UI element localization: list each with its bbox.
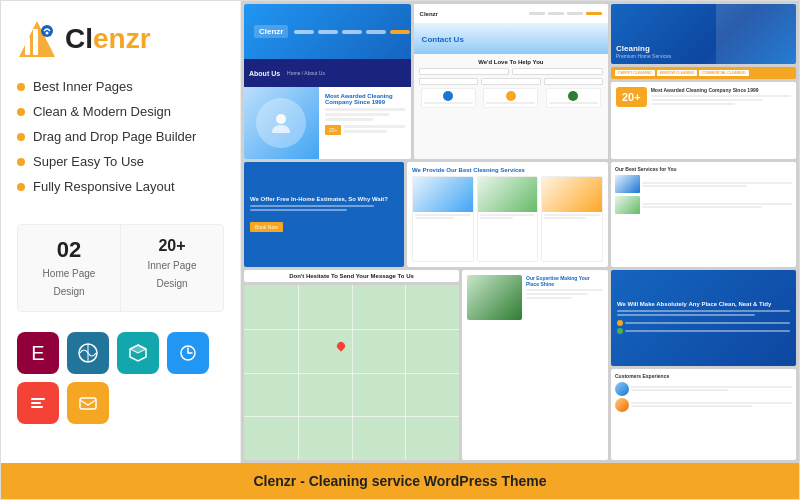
mailchimp-icon xyxy=(67,382,109,424)
preview-about: Clenzr About Us Home / Abo xyxy=(244,4,411,159)
dont-hesitate-label: Don't Hesitate To Send Your Message To U… xyxy=(244,270,459,282)
cat-tag-1: CARPET CLEANING xyxy=(615,70,655,76)
cleaning-hero-label: Cleaning xyxy=(616,44,791,53)
awarded-title-right: Most Awarded Cleaning Company Since 1999 xyxy=(651,87,791,93)
nav-dot xyxy=(390,30,410,34)
svg-rect-13 xyxy=(80,398,96,409)
icons-grid: E xyxy=(17,332,224,424)
make-absolutely-label: We Will Make Absolutely Any Place Clean,… xyxy=(617,301,790,307)
footer: Clenzr - Cleaning service WordPress Them… xyxy=(1,463,799,499)
elementorbox-icon xyxy=(117,332,159,374)
preview-logo-small: Clenzr xyxy=(254,25,288,38)
sidebar: Clenzr Best Inner Pages Clean & Modern D… xyxy=(1,1,241,463)
awarded-number-right: 20+ xyxy=(616,87,647,107)
feature-item-1: Best Inner Pages xyxy=(17,79,224,94)
about-breadcrumb: Home / About Us xyxy=(287,70,325,76)
logo-icon xyxy=(17,19,57,59)
stat-inner-page: 20+ Inner Page Design xyxy=(121,225,223,311)
nav-dot xyxy=(366,30,386,34)
stat-label-2: Inner Page Design xyxy=(148,260,197,289)
svg-point-14 xyxy=(276,114,286,124)
cleaning-subtitle: Premium Home Services xyxy=(616,53,791,59)
contact-logo-small: Clenzr xyxy=(420,11,438,17)
preview-about-header: Clenzr xyxy=(244,4,411,59)
elementorkit-icon xyxy=(17,382,59,424)
about-us-label: About Us xyxy=(249,70,280,77)
svg-rect-11 xyxy=(31,402,41,404)
footer-text: Clenzr - Cleaning service WordPress Them… xyxy=(253,473,546,489)
contact-title-tiny: Contact Us xyxy=(422,35,464,44)
help-title: We'd Love To Help You xyxy=(419,59,603,65)
nav-dot xyxy=(318,30,338,34)
feature-item-3: Drag and Drop Page Builder xyxy=(17,129,224,144)
stats-row: 02 Home Page Design 20+ Inner Page Desig… xyxy=(17,224,224,312)
stat-label-1: Home Page Design xyxy=(43,268,96,297)
preview-nav: Clenzr xyxy=(254,25,401,38)
svg-point-4 xyxy=(46,32,49,35)
preview-nav-dots xyxy=(294,30,410,34)
customers-title: Customers Experience xyxy=(615,373,792,379)
svg-rect-12 xyxy=(31,406,43,408)
stat-number-2: 20+ xyxy=(133,237,211,255)
awarded-title-preview: Most Awarded Cleaning Company Since 1999 xyxy=(325,93,405,105)
main-container: Clenzr Best Inner Pages Clean & Modern D… xyxy=(0,0,800,500)
feature-list: Best Inner Pages Clean & Modern Design D… xyxy=(17,79,224,204)
text-bar-3 xyxy=(325,118,373,121)
logo-text: Clenzr xyxy=(65,23,151,55)
provide-title: We Provide Our Best Cleaning Services xyxy=(412,167,603,173)
awarded-number-badge: 20+ xyxy=(325,125,341,135)
svg-rect-1 xyxy=(25,37,30,55)
svg-point-3 xyxy=(41,25,53,37)
svg-rect-10 xyxy=(31,398,45,400)
text-bar-2 xyxy=(325,113,389,116)
stat-number-1: 02 xyxy=(30,237,108,263)
elementor-icon: E xyxy=(17,332,59,374)
best-services-title: Our Best Services for You xyxy=(615,166,792,172)
cat-tag-2: WINDOW CLEANING xyxy=(657,70,698,76)
preview-contact: Clenzr Contact Us We'd Love To Help You xyxy=(414,4,608,159)
feature-item-5: Fully Responsive Layout xyxy=(17,179,224,194)
text-bar-1 xyxy=(325,108,405,111)
stat-home-page: 02 Home Page Design xyxy=(18,225,121,311)
update-icon xyxy=(167,332,209,374)
content-area: Clenzr Best Inner Pages Clean & Modern D… xyxy=(1,1,799,463)
svg-rect-2 xyxy=(33,29,38,55)
expertise-title: Our Expertise Making Your Place Shine xyxy=(526,275,603,287)
svg-marker-8 xyxy=(130,345,146,353)
feature-item-2: Clean & Modern Design xyxy=(17,104,224,119)
cat-tag-3: COMMERCIAL CLEANING xyxy=(699,70,748,76)
nav-dot xyxy=(342,30,362,34)
free-estimate-label: We Offer Free In-Home Estimates, So Why … xyxy=(250,196,388,202)
book-now-button[interactable]: Book Now xyxy=(250,222,283,232)
logo-area: Clenzr xyxy=(17,19,224,59)
wordpress-icon xyxy=(67,332,109,374)
nav-dot xyxy=(294,30,314,34)
feature-item-4: Super Easy To Use xyxy=(17,154,224,169)
